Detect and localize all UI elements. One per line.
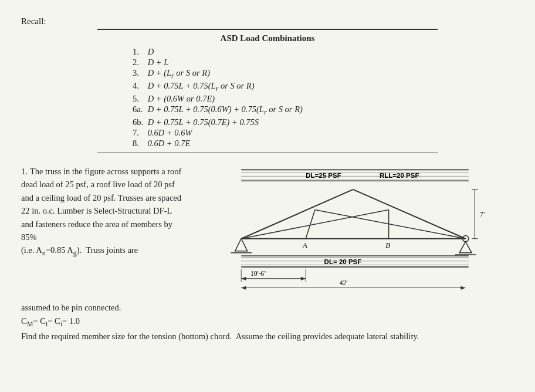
dim-total-arrow-left bbox=[241, 286, 246, 289]
cm-line: CM= Ct= Ci= 1.0 bbox=[21, 315, 514, 330]
asd-table: ASD Load Combinations 1. D 2. D + L 3. D… bbox=[97, 29, 438, 153]
problem-text: 1. The truss in the figure across suppor… bbox=[21, 165, 185, 296]
problem-description: The truss in the figure across supports … bbox=[21, 167, 181, 255]
top-chord-right bbox=[353, 190, 466, 239]
right-support-triangle bbox=[459, 242, 472, 253]
asd-items: 1. D 2. D + L 3. D + (Lr or S or R) 4. D… bbox=[97, 47, 438, 148]
node-a-label: A bbox=[302, 241, 307, 249]
asd-title: ASD Load Combinations bbox=[97, 33, 438, 43]
asd-item-3: 3. D + (Lr or S or R) bbox=[133, 68, 438, 80]
below-text: assumed to be pin connected. CM= Ct= Ci=… bbox=[21, 301, 514, 344]
dl-bottom-label: DL= 20 PSF bbox=[324, 258, 362, 265]
diagonal-right bbox=[315, 209, 466, 238]
find-line: Find the required member size for the te… bbox=[21, 330, 514, 343]
asd-item-2: 2. D + L bbox=[133, 58, 438, 67]
dim-total-arrow-right bbox=[460, 286, 465, 289]
asd-item-8: 8. 0.6D + 0.7E bbox=[133, 138, 438, 148]
left-support bbox=[235, 238, 248, 251]
problem-number: 1. bbox=[21, 165, 28, 178]
asd-item-4: 4. D + 0.75L + 0.75(Lr or S or R) bbox=[133, 81, 438, 93]
truss-diagram-container: DL=25 PSF RLL=20 PSF bbox=[196, 165, 514, 296]
diagonal-left bbox=[241, 209, 388, 238]
asd-item-7: 7. 0.6D + 0.6W bbox=[133, 128, 438, 138]
asd-item-5: 5. D + (0.6W or 0.7E) bbox=[133, 94, 438, 104]
asd-item-1: 1. D bbox=[133, 47, 438, 57]
dim-left-arrow-left bbox=[241, 276, 246, 280]
rll-label: RLL=20 PSF bbox=[380, 172, 419, 179]
top-load-hatch bbox=[241, 170, 469, 181]
asd-item-6b: 6b. D + 0.75L + 0.75(0.7E) + 0.75S bbox=[133, 117, 438, 127]
node-b-label: B bbox=[385, 241, 390, 249]
dim-left-arrow-right bbox=[301, 276, 306, 280]
truss-svg: DL=25 PSF RLL=20 PSF bbox=[196, 165, 514, 294]
dim-total-label: 42' bbox=[340, 279, 348, 286]
pin-connected-line: assumed to be pin connected. bbox=[21, 301, 514, 315]
dim-left-label: 10'-6" bbox=[250, 269, 267, 276]
height-label: 7' bbox=[480, 210, 485, 218]
recall-label: Recall: bbox=[21, 16, 514, 26]
asd-item-6a: 6a. D + 0.75L + 0.75(0.6W) + 0.75(Lr or … bbox=[133, 104, 438, 117]
dl-label: DL=25 PSF bbox=[306, 172, 341, 179]
problem-section: 1. The truss in the figure across suppor… bbox=[21, 165, 514, 296]
